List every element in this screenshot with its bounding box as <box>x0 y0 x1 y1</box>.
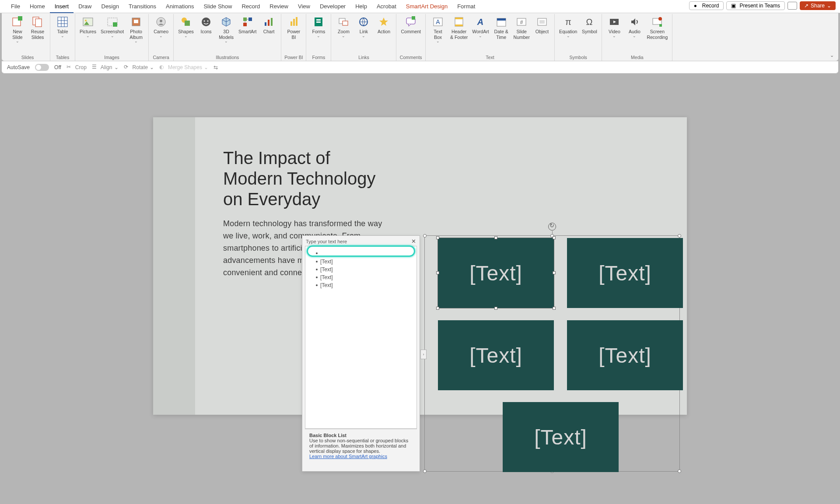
new-slide-button[interactable]: New Slide <box>8 15 27 55</box>
tab-transitions[interactable]: Transitions <box>124 0 161 13</box>
3d-models-button[interactable]: 3D Models <box>217 15 236 55</box>
smartart-block-5[interactable]: [Text] <box>503 402 619 472</box>
forms-button[interactable]: Forms <box>309 15 328 55</box>
svg-rect-29 <box>293 19 295 26</box>
comment-button[interactable]: Comment <box>399 15 423 55</box>
shapes-button[interactable]: Shapes <box>176 15 196 55</box>
align-button[interactable]: ☰Align ⌄ <box>92 64 119 71</box>
tab-review[interactable]: Review <box>265 0 293 13</box>
textbox-button[interactable]: AText Box <box>428 15 448 55</box>
slide-number-button[interactable]: #Slide Number <box>512 15 532 55</box>
text-pane-item[interactable] <box>308 248 414 258</box>
action-button[interactable]: Action <box>374 15 393 55</box>
svg-rect-46 <box>497 18 506 21</box>
screen-recording-button[interactable]: Screen Recording <box>645 15 669 55</box>
tab-slideshow[interactable]: Slide Show <box>199 0 237 13</box>
qat-overflow[interactable]: ⇆ <box>214 64 218 70</box>
tab-animations[interactable]: Animations <box>161 0 199 13</box>
chart-button[interactable]: Chart <box>259 15 278 55</box>
collapse-ribbon-button[interactable]: ⌄ <box>830 52 834 58</box>
zoom-button[interactable]: Zoom <box>334 15 353 55</box>
screenshot-button[interactable]: Screenshot <box>99 15 126 55</box>
tab-format[interactable]: Format <box>452 0 480 13</box>
smartart-block-4[interactable]: [Text] <box>567 320 683 390</box>
svg-rect-42 <box>455 18 463 19</box>
table-button[interactable]: Table <box>53 15 72 55</box>
tab-design[interactable]: Design <box>97 0 124 13</box>
tab-record[interactable]: Record <box>237 0 265 13</box>
text-pane-body[interactable]: [Text] [Text] [Text] [Text] <box>305 246 417 429</box>
tab-acrobat[interactable]: Acrobat <box>372 0 401 13</box>
photo-album-button[interactable]: Photo Album <box>126 15 146 55</box>
equation-button[interactable]: πEquation <box>557 15 579 55</box>
cameo-button[interactable]: Cameo <box>151 15 171 55</box>
header-footer-button[interactable]: Header & Footer <box>448 15 469 55</box>
svg-rect-50 <box>539 20 545 24</box>
reuse-slides-button[interactable]: Reuse Slides <box>28 15 47 55</box>
tab-smartart-design[interactable]: SmartArt Design <box>401 0 452 13</box>
teams-icon: ▣ <box>731 3 737 9</box>
smartart-block-3[interactable]: [Text] <box>438 320 554 390</box>
svg-rect-3 <box>35 19 42 27</box>
svg-text:A: A <box>436 18 440 25</box>
object-button[interactable]: Object <box>532 15 552 55</box>
svg-point-21 <box>207 21 209 22</box>
smartart-container[interactable]: [Text] [Text] [Text] [Text] [Text] <box>424 235 680 472</box>
object-icon <box>536 16 548 28</box>
rotate-button[interactable]: ⟳Rotate ⌄ <box>124 64 154 71</box>
share-icon: ↗ <box>804 3 808 9</box>
tab-home[interactable]: Home <box>25 0 50 13</box>
smartart-text-pane[interactable]: Type your text here ✕ [Text] [Text] [Tex… <box>302 235 420 472</box>
crop-button[interactable]: ✂Crop <box>66 64 87 71</box>
audio-button[interactable]: Audio <box>625 15 644 55</box>
text-pane-item[interactable]: [Text] <box>308 266 414 273</box>
resize-handle[interactable] <box>678 234 681 238</box>
svg-rect-26 <box>268 20 270 26</box>
record-icon: ● <box>694 3 700 9</box>
resize-handle[interactable] <box>423 469 427 473</box>
tab-draw[interactable]: Draw <box>74 0 96 13</box>
tab-insert[interactable]: Insert <box>50 0 74 13</box>
3d-models-icon <box>220 16 232 28</box>
smartart-block-1[interactable]: [Text] <box>438 238 554 308</box>
text-pane-item[interactable]: [Text] <box>308 281 414 289</box>
merge-shapes-button[interactable]: ◐Merge Shapes ⌄ <box>159 64 208 71</box>
close-icon[interactable]: ✕ <box>411 238 416 245</box>
resize-handle[interactable] <box>423 234 427 238</box>
text-pane-item[interactable]: [Text] <box>308 273 414 281</box>
share-button[interactable]: ↗Share⌄ <box>800 1 836 10</box>
wordart-icon: A <box>474 16 486 28</box>
autosave-state: Off <box>54 64 61 70</box>
rotate-icon: ⟳ <box>124 64 131 71</box>
smartart-button[interactable]: SmartArt <box>237 15 258 55</box>
learn-more-link[interactable]: Learn more about SmartArt graphics <box>309 454 387 459</box>
shapes-icon <box>180 16 192 28</box>
tab-view[interactable]: View <box>293 0 315 13</box>
powerbi-button[interactable]: Power BI <box>284 15 303 55</box>
present-teams-button[interactable]: ▣Present in Teams <box>726 1 785 10</box>
pictures-button[interactable]: Pictures <box>78 15 98 55</box>
video-button[interactable]: Video <box>605 15 624 55</box>
smartart-block-2[interactable]: [Text] <box>567 238 683 308</box>
text-pane-item[interactable]: [Text] <box>308 258 414 266</box>
link-button[interactable]: Link <box>354 15 373 55</box>
rotate-handle[interactable] <box>548 223 556 231</box>
svg-rect-35 <box>343 21 348 25</box>
comments-icon[interactable] <box>788 2 797 10</box>
autosave-label: AutoSave <box>7 64 30 70</box>
text-pane-toggle[interactable]: › <box>420 350 427 359</box>
symbol-button[interactable]: ΩSymbol <box>580 15 599 55</box>
date-time-button[interactable]: Date & Time <box>492 15 511 55</box>
photo-album-icon <box>130 16 142 28</box>
svg-rect-56 <box>659 24 662 27</box>
icons-button[interactable]: Icons <box>196 15 216 55</box>
tab-help[interactable]: Help <box>350 0 372 13</box>
resize-handle[interactable] <box>678 469 681 473</box>
autosave-toggle[interactable] <box>35 64 49 71</box>
svg-rect-12 <box>113 22 117 27</box>
record-button[interactable]: ●Record <box>689 1 724 10</box>
tab-file[interactable]: File <box>6 0 25 13</box>
tab-developer[interactable]: Developer <box>315 0 350 13</box>
slide-title[interactable]: The Impact of Modern Technology on Every… <box>223 148 375 210</box>
wordart-button[interactable]: AWordArt <box>470 15 490 55</box>
